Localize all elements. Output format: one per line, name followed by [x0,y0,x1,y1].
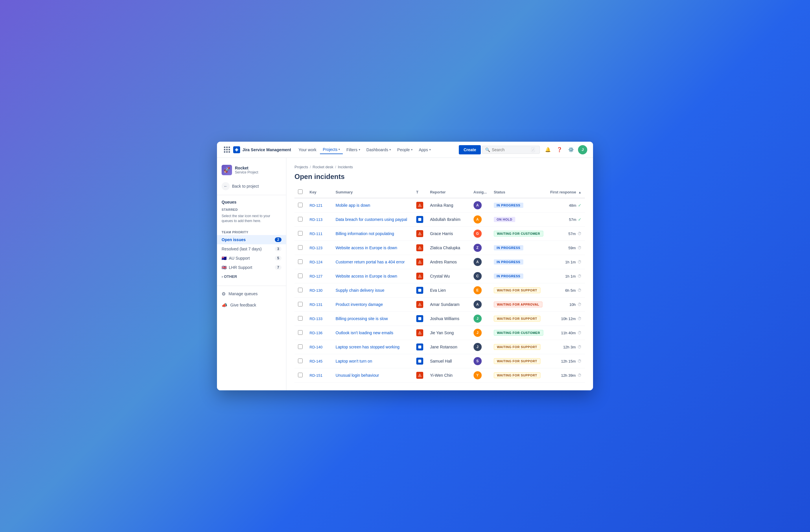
manage-queues-action[interactable]: ⚙ Manage queues [217,288,286,300]
nav-filters[interactable]: Filters ▾ [343,146,363,154]
svg-rect-0 [419,205,420,206]
row-checkbox-cell[interactable] [294,354,306,368]
other-toggle[interactable]: › OTHER [217,272,286,281]
row-checkbox[interactable] [298,316,303,321]
nav-your-work[interactable]: Your work [296,146,319,154]
row-checkbox-cell[interactable] [294,213,306,227]
first-response-value: 57m ✓ [550,217,581,222]
issue-summary-link[interactable]: Unusual login behaviour [336,373,379,378]
status-badge: WAITING FOR SUPPORT [494,358,540,364]
issue-key-link[interactable]: RD-151 [310,373,323,378]
row-checkbox[interactable] [298,203,303,207]
back-to-project-button[interactable]: ← Back to project [217,180,286,195]
issue-summary-link[interactable]: Website access in Europe is down [336,246,397,250]
issue-key-link[interactable]: RD-145 [310,359,323,363]
issue-key-link[interactable]: RD-124 [310,260,323,264]
row-checkbox[interactable] [298,288,303,292]
header-first-response[interactable]: First response ▲ [547,186,585,198]
grid-menu-icon[interactable] [223,146,231,154]
give-feedback-action[interactable]: 📣 Give feedback [217,300,286,311]
issue-key-link[interactable]: RD-111 [310,232,323,236]
select-all-checkbox[interactable] [298,189,303,194]
first-response-value: 12h 15m ⏱ [550,359,581,363]
header-status[interactable]: Status [490,186,547,198]
breadcrumb-projects[interactable]: Projects [294,165,308,169]
issue-key-link[interactable]: RD-136 [310,331,323,335]
issue-summary-link[interactable]: Supply chain delivery issue [336,288,385,293]
queues-heading: Queues [222,200,281,204]
status-cell: WAITING FOR SUPPORT [490,312,547,326]
sidebar-item-au-support[interactable]: 🇦🇺 AU Support 5 [217,253,286,263]
issue-key-cell: RD-145 [306,354,332,368]
issue-summary-link[interactable]: Product inventory damage [336,302,383,307]
header-summary[interactable]: Summary [332,186,413,198]
issue-summary-link[interactable]: Mobile app is down [336,203,370,207]
sidebar-item-open-issues[interactable]: Open issues 2 [217,235,286,244]
user-avatar[interactable]: J [578,145,587,154]
reporter-cell: Abdullah Ibrahim [427,213,470,227]
notifications-button[interactable]: 🔔 [543,145,553,154]
row-checkbox-cell[interactable] [294,312,306,326]
sidebar-item-resolved[interactable]: Resolved (last 7 days) 3 [217,244,286,253]
header-checkbox[interactable] [294,186,306,198]
row-checkbox-cell[interactable] [294,255,306,269]
issue-key-link[interactable]: RD-140 [310,345,323,349]
issue-key-link[interactable]: RD-121 [310,203,323,207]
search-box[interactable]: 🔍 / [482,146,540,154]
issue-summary-link[interactable]: Laptop won't turn on [336,359,372,363]
row-checkbox-cell[interactable] [294,241,306,255]
row-checkbox[interactable] [298,245,303,250]
row-checkbox[interactable] [298,344,303,349]
row-checkbox-cell[interactable] [294,368,306,383]
row-checkbox[interactable] [298,259,303,264]
issue-summary-link[interactable]: Billing processing site is slow [336,316,388,321]
row-checkbox[interactable] [298,302,303,306]
row-checkbox-cell[interactable] [294,298,306,312]
issue-summary-link[interactable]: Customer return portal has a 404 error [336,260,405,264]
row-checkbox[interactable] [298,373,303,377]
sidebar-item-lhr-support[interactable]: 🇬🇧 LHR Support 7 [217,263,286,272]
row-checkbox[interactable] [298,217,303,221]
status-cell: ON HOLD [490,213,547,227]
row-checkbox[interactable] [298,231,303,236]
issue-key-link[interactable]: RD-131 [310,302,323,307]
header-reporter[interactable]: Reporter [427,186,470,198]
open-issues-badge: 2 [275,237,281,242]
header-assignee[interactable]: Assig... [470,186,490,198]
nav-apps[interactable]: Apps ▾ [416,146,434,154]
issue-key-link[interactable]: RD-130 [310,288,323,293]
issue-summary-link[interactable]: Data breach for customers using paypal [336,217,407,222]
create-button[interactable]: Create [459,145,481,154]
row-checkbox-cell[interactable] [294,227,306,241]
issue-summary-link[interactable]: Laptop screen has stopped working [336,345,400,349]
help-button[interactable]: ❓ [555,145,564,154]
breadcrumb-rocket-desk[interactable]: Rocket desk [313,165,334,169]
issue-summary-link[interactable]: Website access in Europe is down [336,274,397,279]
nav-people[interactable]: People ▾ [394,146,416,154]
issue-key-link[interactable]: RD-113 [310,217,323,222]
issue-key-link[interactable]: RD-133 [310,317,323,321]
row-checkbox-cell[interactable] [294,340,306,354]
row-checkbox[interactable] [298,359,303,363]
row-checkbox[interactable] [298,330,303,335]
app-logo[interactable]: Jira Service Management [233,146,291,153]
issue-key-link[interactable]: RD-123 [310,246,323,250]
row-checkbox-cell[interactable] [294,269,306,283]
search-input[interactable] [492,148,530,152]
header-key[interactable]: Key [306,186,332,198]
row-checkbox-cell[interactable] [294,326,306,340]
row-checkbox[interactable] [298,273,303,278]
first-response-cell: 12h 39m ⏱ [547,368,585,383]
chevron-down-icon: ▾ [411,148,412,151]
nav-projects[interactable]: Projects ▾ [320,146,343,154]
nav-dashboards[interactable]: Dashboards ▾ [363,146,394,154]
checkmark-icon: ✓ [578,217,581,222]
issue-summary-link[interactable]: Outlook isn't loading new emails [336,331,393,335]
issue-key-link[interactable]: RD-127 [310,274,323,279]
status-badge: WAITING FOR SUPPORT [494,372,540,378]
issue-summary-link[interactable]: Billing information not populating [336,231,394,236]
row-checkbox-cell[interactable] [294,283,306,298]
svg-rect-20 [419,377,420,377]
row-checkbox-cell[interactable] [294,198,306,213]
settings-button[interactable]: ⚙️ [566,145,576,154]
